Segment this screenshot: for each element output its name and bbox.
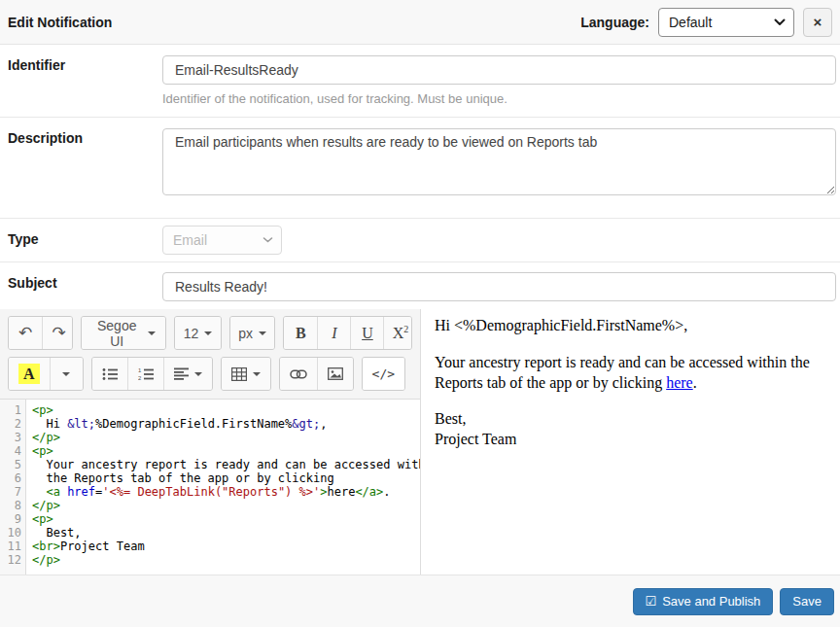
ordered-list-icon: 1 2 [138,367,154,381]
code-line: Best, [32,526,420,540]
type-row: Type Email [0,219,840,262]
preview-here-link[interactable]: here [666,374,693,391]
unordered-list-button[interactable] [92,358,127,390]
italic-icon: I [332,325,336,342]
codeview-icon: </> [372,366,395,381]
caret-down-icon [259,331,266,335]
redo-icon: ↷ [52,323,65,343]
redo-button[interactable]: ↷ [42,317,73,349]
message-editor: ↶ ↷ Segoe UI 12 px [0,309,840,575]
line-number: 1 [0,403,21,417]
text-color-icon: A [18,364,40,384]
link-icon [290,369,307,379]
identifier-label: Identifier [0,45,162,117]
font-family-dropdown[interactable]: Segoe UI [82,317,165,349]
svg-text:2: 2 [138,375,142,381]
text-color-dropdown[interactable] [50,358,83,390]
identifier-row: Identifier Identifier of the notificatio… [0,45,840,118]
caret-down-icon [62,372,70,376]
line-number: 12 [0,553,21,567]
caret-down-icon [204,331,212,335]
underline-icon: U [362,325,373,342]
undo-icon: ↶ [18,323,32,343]
save-button[interactable]: Save [780,588,834,615]
dialog-footer: ☑ Save and Publish Save [0,575,840,627]
code-line: Your ancestry report is ready and can be… [32,458,420,471]
preview-greeting: Hi <%DemographicField.FirstName%>, [435,316,826,336]
code-line: <p> [32,403,420,417]
dialog-title: Edit Notification [8,15,112,30]
font-size-value: 12 [184,326,199,341]
language-label: Language: [580,15,649,30]
type-label: Type [0,219,162,261]
line-number: 9 [0,512,21,526]
font-unit-value: px [238,326,253,341]
italic-button[interactable]: I [317,317,350,349]
line-number: 10 [0,526,21,540]
font-size-dropdown[interactable]: 12 [175,317,220,349]
line-number: 5 [0,458,21,471]
subject-input[interactable] [162,272,836,301]
bold-button[interactable]: B [284,317,317,349]
code-editor[interactable]: 123456789101112 <p> Hi &lt;%DemographicF… [0,400,420,575]
superscript-button[interactable]: X2 [383,317,412,349]
dialog-header: Edit Notification Language: Default × [0,0,840,45]
caret-down-icon [148,331,156,335]
description-label: Description [0,118,162,218]
preview-body: Your ancestry report is ready and can be… [435,353,826,394]
description-textarea[interactable]: Email participants when results are read… [162,128,836,195]
line-number: 7 [0,485,21,499]
code-line: <p> [32,444,420,458]
code-line: </p> [32,431,420,444]
font-unit-dropdown[interactable]: px [230,317,275,349]
code-line: <p> [32,512,420,526]
caret-down-icon [194,372,202,376]
line-number: 6 [0,471,21,485]
subject-label: Subject [0,262,162,309]
line-number: 8 [0,499,21,512]
check-square-icon: ☑ [646,595,657,608]
codeview-button[interactable]: </> [363,358,404,390]
close-button[interactable]: × [803,8,832,37]
code-line: <br>Project Team [32,540,420,553]
insert-link-button[interactable] [280,358,317,390]
line-number: 4 [0,444,21,458]
superscript-icon: X2 [393,324,409,342]
identifier-input[interactable] [162,55,836,85]
code-line: <a href='<%= DeepTabLink("Reports") %>'>… [32,485,420,499]
identifier-help-text: Identifier of the notification, used for… [162,91,836,106]
undo-button[interactable]: ↶ [9,317,42,349]
description-row: Description Email participants when resu… [0,118,840,219]
email-preview-pane[interactable]: Hi <%DemographicField.FirstName%>, Your … [421,309,840,575]
save-and-publish-button[interactable]: ☑ Save and Publish [633,588,774,615]
preview-closing: Best,Project Team [435,409,826,450]
language-select[interactable]: Default [658,8,794,37]
subject-row: Subject [0,262,840,309]
editor-toolbar: ↶ ↷ Segoe UI 12 px [0,309,420,400]
ordered-list-button[interactable]: 1 2 [127,358,163,390]
code-line: </p> [32,553,420,567]
line-number: 2 [0,417,21,431]
insert-image-button[interactable] [317,358,353,390]
code-line: Hi &lt;%DemographicField.FirstName%&gt;, [32,417,420,431]
svg-text:1: 1 [138,367,142,373]
align-icon [174,367,189,380]
bold-icon: B [296,325,306,342]
line-number: 11 [0,540,21,553]
type-select[interactable]: Email [162,226,282,255]
line-number: 3 [0,431,21,444]
code-line: the Reports tab of the app or by clickin… [32,471,420,485]
caret-down-icon [253,372,261,376]
paragraph-align-dropdown[interactable] [163,358,212,390]
close-icon: × [814,15,822,29]
font-family-value: Segoe UI [91,318,142,349]
code-line: </p> [32,499,420,512]
table-icon [231,367,247,381]
unordered-list-icon [102,367,118,381]
table-dropdown[interactable] [222,358,270,390]
editor-code-pane: ↶ ↷ Segoe UI 12 px [0,309,421,575]
code-content[interactable]: <p> Hi &lt;%DemographicField.FirstName%&… [26,400,420,575]
text-color-button[interactable]: A [9,358,50,390]
underline-button[interactable]: U [350,317,383,349]
line-number-gutter: 123456789101112 [0,400,26,575]
